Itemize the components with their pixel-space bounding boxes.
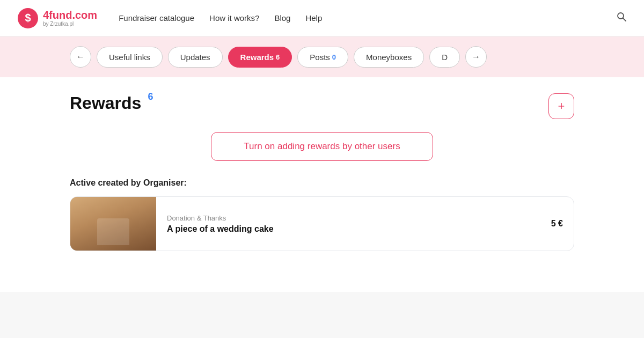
rewards-heading: Rewards 6: [70, 93, 141, 113]
tab-section: ← Useful links Updates Rewards 6 Posts 0…: [0, 36, 644, 77]
reward-card[interactable]: Donation & Thanks A piece of a wedding c…: [70, 196, 574, 251]
reward-image-inner: [70, 197, 156, 251]
search-icon[interactable]: [616, 11, 627, 25]
rewards-tab-badge: 6: [276, 53, 280, 61]
tab-useful-links[interactable]: Useful links: [97, 47, 163, 68]
reward-info: Donation & Thanks A piece of a wedding c…: [156, 207, 551, 241]
rewards-heading-row: Rewards 6 +: [70, 93, 574, 119]
logo-sub-text: by Zrzutka.pl: [43, 21, 97, 27]
nav-fundraiser[interactable]: Fundraiser catalogue: [119, 13, 194, 23]
turn-on-rewards-button[interactable]: Turn on adding rewards by other users: [211, 132, 433, 161]
reward-title: A piece of a wedding cake: [167, 224, 540, 234]
tab-extra[interactable]: D: [429, 47, 460, 68]
main-content: Rewards 6 + Turn on adding rewards by ot…: [0, 77, 644, 292]
add-reward-button[interactable]: +: [548, 93, 574, 119]
nav-blog[interactable]: Blog: [274, 13, 290, 23]
tab-prev-button[interactable]: ←: [70, 46, 91, 68]
nav-how-it-works[interactable]: How it works?: [209, 13, 259, 23]
svg-text:$: $: [25, 12, 31, 24]
nav-links: Fundraiser catalogue How it works? Blog …: [119, 13, 616, 23]
tab-updates[interactable]: Updates: [168, 47, 223, 68]
reward-image: [70, 197, 156, 251]
tab-moneyboxes[interactable]: Moneyboxes: [354, 47, 424, 68]
logo-text: 4fund.com by Zrzutka.pl: [43, 9, 97, 27]
navbar: $ 4fund.com by Zrzutka.pl Fundraiser cat…: [0, 0, 644, 36]
svg-line-3: [623, 18, 626, 21]
tab-rewards[interactable]: Rewards 6: [228, 47, 292, 68]
nav-help[interactable]: Help: [305, 13, 322, 23]
reward-price: 5 €: [551, 219, 574, 229]
turn-on-wrap: Turn on adding rewards by other users: [70, 132, 574, 161]
logo[interactable]: $ 4fund.com by Zrzutka.pl: [17, 8, 97, 29]
reward-category: Donation & Thanks: [167, 214, 540, 222]
tab-posts[interactable]: Posts 0: [297, 47, 348, 68]
tab-next-button[interactable]: →: [465, 46, 487, 68]
logo-icon: $: [17, 8, 39, 29]
rewards-count-badge: 6: [148, 91, 153, 102]
active-organiser-label: Active created by Organiser:: [70, 178, 574, 188]
logo-main-text: 4fund.com: [43, 9, 97, 21]
posts-tab-badge: 0: [332, 53, 336, 61]
